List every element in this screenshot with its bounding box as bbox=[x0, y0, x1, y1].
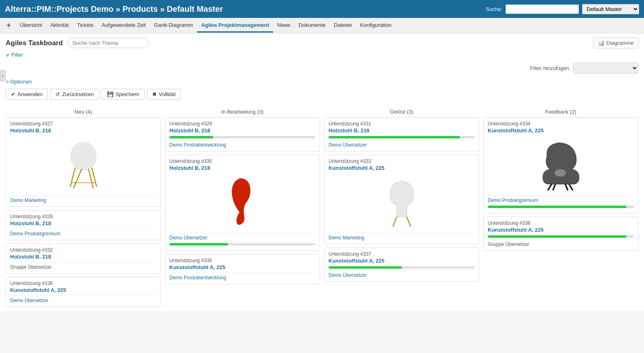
table-row[interactable]: Unterstützung #332Holzstuhl B, 218Gruppe… bbox=[6, 243, 161, 274]
card-assignee[interactable]: Demo Übersetzer bbox=[329, 140, 475, 148]
column-header-in-bearbeitung: In Bearbeitung (3) bbox=[165, 106, 320, 117]
svg-line-13 bbox=[565, 184, 567, 190]
card-title[interactable]: Kunststoffstuhl A, 225 bbox=[329, 165, 475, 171]
card-title[interactable]: Kunststoffstuhl A, 225 bbox=[488, 227, 634, 233]
fullscreen-icon: ✖ bbox=[152, 91, 157, 97]
nav-item-gantt[interactable]: Gantt-Diagramm bbox=[150, 19, 197, 33]
card-assignee[interactable]: Demo Übersetzer bbox=[10, 296, 156, 303]
card-assignee[interactable]: Demo Produktentwicklung bbox=[169, 140, 315, 148]
diagramme-button[interactable]: 📊 Diagramme bbox=[594, 37, 638, 48]
app-title: Alterra::PIM::Projects Demo » Products »… bbox=[5, 4, 223, 14]
card-assignee[interactable]: Demo Marketing bbox=[10, 195, 156, 203]
search-label: Suche: bbox=[486, 6, 502, 12]
card-title[interactable]: Holzstuhl B, 218 bbox=[10, 127, 156, 134]
nav-item-dateien[interactable]: Dateien bbox=[330, 19, 356, 33]
kanban-cards-neu: Unterstützung #327Holzstuhl B, 218 Demo … bbox=[6, 117, 161, 307]
card-title[interactable]: Kunststoffstuhl A, 225 bbox=[329, 258, 475, 264]
nav-item-agiles[interactable]: Agiles Projektmanagement bbox=[197, 19, 273, 33]
svg-line-8 bbox=[407, 217, 411, 227]
scope-select[interactable]: Default Master bbox=[582, 4, 639, 14]
card-title[interactable]: Holzstuhl B, 218 bbox=[169, 127, 315, 134]
card-title[interactable]: Holzstuhl B, 218 bbox=[10, 220, 156, 226]
reset-label: Zurücksetzen bbox=[62, 91, 94, 97]
topic-search-input[interactable] bbox=[68, 38, 149, 48]
filter-add-label: Filter hinzufügen bbox=[530, 65, 569, 71]
sidebar-toggle[interactable]: › bbox=[0, 70, 6, 81]
diagramme-label: Diagramme bbox=[607, 40, 634, 46]
nav-item-news[interactable]: News bbox=[273, 19, 295, 33]
table-row[interactable]: Unterstützung #330Holzstuhl B, 218 Demo … bbox=[165, 155, 320, 251]
svg-line-11 bbox=[569, 184, 572, 190]
svg-point-1 bbox=[72, 144, 94, 169]
svg-line-7 bbox=[393, 217, 397, 227]
card-image bbox=[329, 173, 475, 230]
apply-label: Anwenden bbox=[18, 91, 42, 97]
save-button[interactable]: 💾 Speichern bbox=[102, 89, 145, 100]
reset-button[interactable]: ↺ Zurücksetzen bbox=[50, 89, 99, 100]
nav-item-aufgewendete[interactable]: Aufgewendete Zeit bbox=[98, 19, 150, 33]
top-header: Alterra::PIM::Projects Demo » Products »… bbox=[0, 0, 644, 18]
kanban-column-geloest: Gelöst (3)Unterstützung #331Holzstuhl B,… bbox=[324, 106, 479, 307]
options-toggle[interactable]: > Optionen bbox=[6, 79, 638, 85]
nav-item-konfiguration[interactable]: Konfiguration bbox=[356, 19, 396, 33]
nav-bar: + Übersicht Aktivität Tickets Aufgewende… bbox=[0, 18, 644, 33]
kanban-cards-geloest: Unterstützung #331Holzstuhl B, 218Demo Ü… bbox=[324, 117, 479, 282]
card-title[interactable]: Kunststoffstuhl A, 225 bbox=[10, 287, 156, 293]
search-input[interactable] bbox=[506, 4, 579, 14]
card-assignee[interactable]: Demo Übersetzer bbox=[169, 233, 315, 241]
table-row[interactable]: Unterstützung #335Kunststoffstuhl A, 225… bbox=[165, 254, 320, 284]
card-assignee[interactable]: Demo Produktentwicklung bbox=[169, 273, 315, 281]
card-number: Unterstützung #336 bbox=[10, 281, 156, 286]
card-title[interactable]: Holzstuhl B, 218 bbox=[329, 127, 475, 134]
nav-item-ubersicht[interactable]: Übersicht bbox=[16, 19, 46, 33]
nav-item-tickets[interactable]: Tickets bbox=[73, 19, 98, 33]
kanban-board: Neu (4)Unterstützung #327Holzstuhl B, 21… bbox=[6, 106, 638, 307]
card-assignee[interactable]: Demo Produktgremium bbox=[10, 229, 156, 237]
nav-item-dokumente[interactable]: Dokumente bbox=[295, 19, 330, 33]
table-row[interactable]: Unterstützung #328Holzstuhl B, 218Demo P… bbox=[6, 210, 161, 240]
table-row[interactable]: Unterstützung #337Kunststoffstuhl A, 225… bbox=[324, 248, 479, 282]
action-buttons: ✔ Anwenden ↺ Zurücksetzen 💾 Speichern ✖ … bbox=[6, 89, 638, 100]
table-row[interactable]: Unterstützung #334Kunststoffstuhl A, 225… bbox=[483, 117, 638, 213]
apply-button[interactable]: ✔ Anwenden bbox=[6, 89, 48, 100]
save-icon: 💾 bbox=[107, 91, 114, 97]
save-label: Speichern bbox=[116, 91, 140, 97]
progress-bar bbox=[488, 235, 626, 238]
kanban-column-feedback: Feedback (2)Unterstützung #334Kunststoff… bbox=[483, 106, 638, 307]
progress-bar-container bbox=[169, 136, 315, 138]
progress-bar-container bbox=[488, 206, 634, 208]
column-header-geloest: Gelöst (3) bbox=[324, 106, 479, 117]
card-title[interactable]: Kunststoffstuhl A, 225 bbox=[169, 264, 315, 270]
reset-icon: ↺ bbox=[55, 91, 60, 97]
kanban-column-in-bearbeitung: In Bearbeitung (3)Unterstützung #329Holz… bbox=[165, 106, 320, 307]
card-number: Unterstützung #338 bbox=[488, 220, 634, 226]
apply-icon: ✔ bbox=[11, 91, 15, 97]
card-assignee[interactable]: Demo Produktgremium bbox=[488, 195, 634, 203]
page-title: Agiles Taskboard bbox=[6, 39, 63, 47]
nav-plus-button[interactable]: + bbox=[3, 21, 14, 30]
column-header-neu: Neu (4) bbox=[6, 106, 161, 117]
fullscreen-button[interactable]: ✖ Vollbild bbox=[147, 89, 181, 100]
table-row[interactable]: Unterstützung #338Kunststoffstuhl A, 225… bbox=[483, 217, 638, 251]
kanban-column-neu: Neu (4)Unterstützung #327Holzstuhl B, 21… bbox=[6, 106, 161, 307]
progress-bar bbox=[329, 266, 402, 269]
card-title[interactable]: Kunststoffstuhl A, 225 bbox=[488, 127, 634, 134]
card-assignee[interactable]: Demo Übersetzer bbox=[329, 270, 475, 278]
card-assignee[interactable]: Demo Marketing bbox=[329, 233, 475, 241]
table-row[interactable]: Unterstützung #333Kunststoffstuhl A, 225… bbox=[324, 155, 479, 244]
table-row[interactable]: Unterstützung #329Holzstuhl B, 218Demo P… bbox=[165, 117, 320, 151]
table-row[interactable]: Unterstützung #327Holzstuhl B, 218 Demo … bbox=[6, 117, 161, 207]
filter-add-select[interactable] bbox=[573, 63, 638, 74]
card-title[interactable]: Holzstuhl B, 218 bbox=[10, 254, 156, 260]
nav-item-aktivitat[interactable]: Aktivität bbox=[46, 19, 73, 33]
progress-bar bbox=[329, 136, 460, 138]
card-number: Unterstützung #337 bbox=[329, 251, 475, 257]
filter-toggle[interactable]: ∨ Filter bbox=[6, 52, 23, 58]
svg-point-9 bbox=[554, 169, 566, 176]
table-row[interactable]: Unterstützung #331Holzstuhl B, 218Demo Ü… bbox=[324, 117, 479, 151]
svg-line-3 bbox=[73, 169, 81, 189]
table-row[interactable]: Unterstützung #336Kunststoffstuhl A, 225… bbox=[6, 277, 161, 307]
card-title[interactable]: Holzstuhl B, 218 bbox=[169, 165, 315, 171]
filter-section: ∨ Filter bbox=[6, 52, 638, 58]
card-assignee: Gruppe Übersetzer bbox=[488, 239, 634, 247]
